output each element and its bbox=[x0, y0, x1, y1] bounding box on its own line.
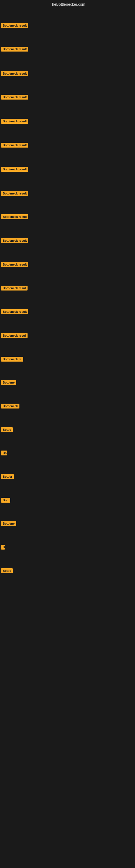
bottleneck-item-11: Bottleneck result bbox=[1, 262, 28, 268]
bottleneck-badge-7[interactable]: Bottleneck result bbox=[1, 167, 28, 172]
bottleneck-badge-15[interactable]: Bottleneck re bbox=[1, 357, 23, 362]
bottleneck-item-19: Bo bbox=[1, 451, 7, 457]
bottleneck-badge-17[interactable]: Bottleneck bbox=[1, 404, 19, 408]
bottleneck-badge-13[interactable]: Bottleneck result bbox=[1, 309, 28, 314]
bottleneck-badge-10[interactable]: Bottleneck result bbox=[1, 238, 28, 243]
bottleneck-badge-16[interactable]: Bottlene bbox=[1, 380, 16, 385]
bottleneck-item-6: Bottleneck result bbox=[1, 143, 28, 149]
bottleneck-badge-20[interactable]: Bottler bbox=[1, 474, 14, 479]
bottleneck-badge-19[interactable]: Bo bbox=[1, 451, 7, 456]
bottleneck-item-1: Bottleneck result bbox=[1, 23, 28, 29]
bottleneck-item-22: Bottlene bbox=[1, 521, 16, 527]
site-title: TheBottlenecker.com bbox=[0, 0, 135, 8]
items-container: Bottleneck resultBottleneck resultBottle… bbox=[0, 8, 135, 868]
bottleneck-badge-2[interactable]: Bottleneck result bbox=[1, 46, 28, 52]
bottleneck-badge-9[interactable]: Bottleneck result bbox=[1, 214, 28, 219]
site-header: TheBottlenecker.com bbox=[0, 0, 135, 8]
bottleneck-item-5: Bottleneck result bbox=[1, 119, 28, 125]
bottleneck-item-10: Bottleneck result bbox=[1, 238, 28, 244]
bottleneck-item-16: Bottlene bbox=[1, 380, 16, 386]
bottleneck-item-23: B bbox=[1, 545, 5, 551]
bottleneck-badge-6[interactable]: Bottleneck result bbox=[1, 143, 28, 148]
bottleneck-badge-3[interactable]: Bottleneck result bbox=[1, 71, 28, 76]
bottleneck-badge-23[interactable]: B bbox=[1, 545, 5, 550]
bottleneck-badge-21[interactable]: Bott bbox=[1, 498, 10, 503]
bottleneck-badge-14[interactable]: Bottleneck resul bbox=[1, 333, 28, 338]
bottleneck-item-20: Bottler bbox=[1, 474, 14, 480]
bottleneck-item-7: Bottleneck result bbox=[1, 167, 28, 173]
bottleneck-item-24: Bottle bbox=[1, 568, 13, 574]
bottleneck-badge-1[interactable]: Bottleneck result bbox=[1, 23, 28, 28]
bottleneck-badge-22[interactable]: Bottlene bbox=[1, 521, 16, 526]
bottleneck-item-17: Bottleneck bbox=[1, 404, 19, 410]
bottleneck-item-14: Bottleneck resul bbox=[1, 333, 28, 339]
bottleneck-item-3: Bottleneck result bbox=[1, 71, 28, 77]
bottleneck-badge-8[interactable]: Bottleneck result bbox=[1, 191, 28, 196]
bottleneck-item-4: Bottleneck result bbox=[1, 95, 28, 101]
bottleneck-item-12: Bottleneck resul bbox=[1, 286, 28, 291]
bottleneck-item-9: Bottleneck result bbox=[1, 214, 28, 220]
bottleneck-item-15: Bottleneck re bbox=[1, 357, 23, 363]
bottleneck-item-13: Bottleneck result bbox=[1, 309, 28, 315]
bottleneck-badge-11[interactable]: Bottleneck result bbox=[1, 262, 28, 267]
bottleneck-item-8: Bottleneck result bbox=[1, 191, 28, 197]
bottleneck-item-18: Bottle bbox=[1, 427, 13, 433]
bottleneck-badge-12[interactable]: Bottleneck resul bbox=[1, 286, 28, 290]
bottleneck-badge-18[interactable]: Bottle bbox=[1, 427, 13, 432]
bottleneck-badge-24[interactable]: Bottle bbox=[1, 568, 13, 573]
bottleneck-badge-4[interactable]: Bottleneck result bbox=[1, 95, 28, 99]
bottleneck-item-2: Bottleneck result bbox=[1, 46, 28, 53]
bottleneck-item-21: Bott bbox=[1, 498, 10, 504]
bottleneck-badge-5[interactable]: Bottleneck result bbox=[1, 119, 28, 124]
